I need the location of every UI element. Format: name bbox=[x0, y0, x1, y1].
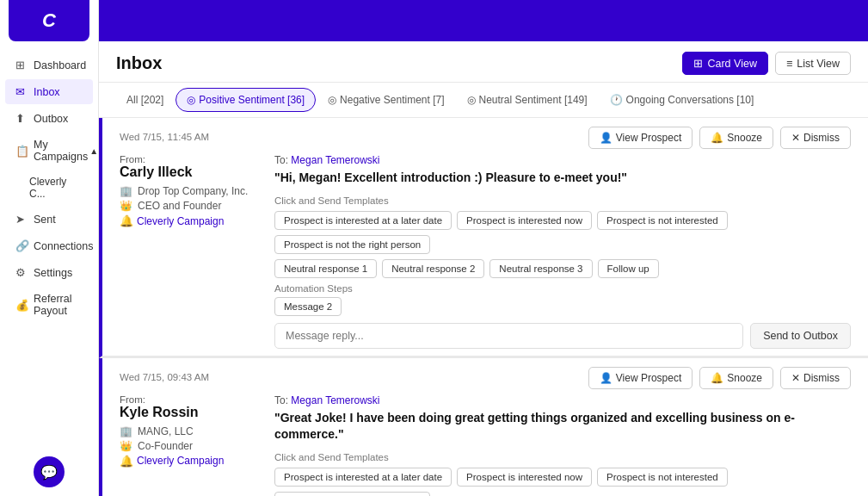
email-1-automation-label: Automation Steps bbox=[274, 283, 851, 294]
email-1-reply-row: Send to Outbox bbox=[274, 323, 851, 349]
title-icon-2: 👑 bbox=[120, 440, 132, 452]
template-btn-not-right-person-1[interactable]: Prospect is not the right person bbox=[274, 235, 430, 254]
email-card-2: Wed 7/15, 09:43 AM 👤 View Prospect 🔔 Sno… bbox=[99, 358, 868, 496]
ongoing-icon: 🕐 bbox=[610, 94, 623, 106]
title-icon: 👑 bbox=[120, 200, 132, 212]
sidebar-item-settings[interactable]: ⚙ Settings bbox=[5, 260, 93, 285]
chevron-icon: ▲ bbox=[89, 146, 98, 156]
prospect-icon-2: 👤 bbox=[600, 372, 613, 384]
positive-icon: ◎ bbox=[187, 94, 195, 106]
sidebar-item-label: Outbox bbox=[34, 113, 68, 125]
dismiss-icon-2: ✕ bbox=[791, 372, 800, 384]
email-1-actions: 👤 View Prospect 🔔 Snooze ✕ Dismiss bbox=[588, 127, 851, 149]
main-content: Inbox ⊞ Card View ≡ List View All [202] … bbox=[99, 0, 868, 496]
card-view-label: Card View bbox=[707, 58, 756, 70]
sidebar-item-my-campaigns[interactable]: 📋 My Campaigns ▲ bbox=[5, 133, 93, 169]
email-2-company-row: 🏢 MANG, LLC bbox=[120, 425, 257, 437]
email-1-templates-row-2: Neutral response 1 Neutral response 2 Ne… bbox=[274, 259, 851, 278]
email-1-from-label: From: bbox=[120, 154, 257, 164]
card-view-button[interactable]: ⊞ Card View bbox=[682, 52, 767, 75]
email-card-2-header: Wed 7/15, 09:43 AM 👤 View Prospect 🔔 Sno… bbox=[102, 358, 868, 394]
tab-positive[interactable]: ◎ Positive Sentiment [36] bbox=[175, 88, 316, 112]
content-area: Inbox ⊞ Card View ≡ List View All [202] … bbox=[99, 41, 868, 496]
sidebar-item-label: Referral Payout bbox=[34, 293, 83, 317]
email-1-to-row: To: Megan Temerowski bbox=[274, 154, 851, 166]
email-1-to-name[interactable]: Megan Temerowski bbox=[291, 154, 379, 166]
tab-all-label: All [202] bbox=[126, 94, 163, 106]
sidebar-item-connections[interactable]: 🔗 Connections bbox=[5, 233, 93, 258]
view-prospect-button-2[interactable]: 👤 View Prospect bbox=[588, 367, 693, 389]
view-prospect-label-2: View Prospect bbox=[616, 372, 681, 384]
template-btn-interested-later-1[interactable]: Prospect is interested at a later date bbox=[274, 211, 452, 230]
tab-negative-label: Negative Sentiment [7] bbox=[340, 94, 444, 106]
email-1-timestamp: Wed 7/15, 11:45 AM bbox=[120, 132, 209, 142]
template-btn-neutral-2-1[interactable]: Neutral response 2 bbox=[382, 259, 484, 278]
list-view-button[interactable]: ≡ List View bbox=[775, 52, 851, 75]
email-1-title-row: 👑 CEO and Founder bbox=[120, 200, 257, 212]
sidebar-item-sent[interactable]: ➤ Sent bbox=[5, 207, 93, 232]
automation-step-1-1[interactable]: Message 2 bbox=[274, 297, 342, 316]
template-btn-not-right-person-2[interactable]: Prospect is not the right person bbox=[274, 492, 430, 496]
dismiss-label-2: Dismiss bbox=[803, 372, 840, 384]
tab-ongoing[interactable]: 🕐 Ongoing Conversations [10] bbox=[600, 89, 765, 111]
email-1-templates-label: Click and Send Templates bbox=[274, 195, 851, 206]
tab-ongoing-label: Ongoing Conversations [10] bbox=[626, 94, 754, 106]
sidebar: C ⊞ Dashboard ✉ Inbox ⬆ Outbox 📋 My Camp… bbox=[0, 0, 99, 496]
sidebar-item-label: Settings bbox=[34, 267, 72, 279]
snooze-button-2[interactable]: 🔔 Snooze bbox=[699, 367, 773, 389]
sidebar-item-outbox[interactable]: ⬆ Outbox bbox=[5, 106, 93, 131]
chat-button[interactable]: 💬 bbox=[34, 456, 65, 487]
dismiss-icon: ✕ bbox=[791, 132, 800, 144]
reply-input-1[interactable] bbox=[274, 323, 743, 349]
snooze-button-1[interactable]: 🔔 Snooze bbox=[699, 127, 773, 149]
email-1-title: CEO and Founder bbox=[138, 200, 221, 212]
email-1-campaign-row[interactable]: 🔔 Cleverly Campaign bbox=[120, 214, 257, 227]
template-btn-interested-later-2[interactable]: Prospect is interested at a later date bbox=[274, 468, 452, 487]
tab-all[interactable]: All [202] bbox=[116, 89, 174, 111]
email-2-campaign-row[interactable]: 🔔 Cleverly Campaign bbox=[120, 455, 257, 468]
send-button-1[interactable]: Send to Outbox bbox=[750, 323, 851, 349]
email-card-1: Wed 7/15, 11:45 AM 👤 View Prospect 🔔 Sno… bbox=[99, 118, 868, 358]
template-btn-neutral-3-1[interactable]: Neutral response 3 bbox=[489, 259, 592, 278]
snooze-label: Snooze bbox=[727, 132, 762, 144]
campaign-bell-icon: 🔔 bbox=[120, 214, 133, 227]
view-prospect-button-1[interactable]: 👤 View Prospect bbox=[588, 127, 693, 149]
tab-negative[interactable]: ◎ Negative Sentiment [7] bbox=[317, 89, 454, 111]
dismiss-button-2[interactable]: ✕ Dismiss bbox=[780, 367, 851, 389]
template-btn-interested-now-1[interactable]: Prospect is interested now bbox=[457, 211, 592, 230]
email-1-company-row: 🏢 Drop Top Company, Inc. bbox=[120, 185, 257, 197]
email-1-campaign: Cleverly Campaign bbox=[137, 215, 224, 227]
dismiss-button-1[interactable]: ✕ Dismiss bbox=[780, 127, 851, 149]
sidebar-item-referral-payout[interactable]: 💰 Referral Payout bbox=[5, 287, 93, 323]
sidebar-item-dashboard[interactable]: ⊞ Dashboard bbox=[5, 53, 93, 78]
neutral-icon: ◎ bbox=[467, 94, 476, 106]
sidebar-item-cleverly-c[interactable]: Cleverly C... bbox=[5, 170, 93, 205]
negative-icon: ◎ bbox=[328, 94, 336, 106]
dashboard-icon: ⊞ bbox=[15, 59, 28, 71]
template-btn-follow-up-1[interactable]: Follow up bbox=[598, 259, 659, 278]
sidebar-navigation: ⊞ Dashboard ✉ Inbox ⬆ Outbox 📋 My Campai… bbox=[0, 48, 98, 448]
template-btn-neutral-1-1[interactable]: Neutral response 1 bbox=[274, 259, 377, 278]
email-1-from-name: Carly Illeck bbox=[120, 164, 257, 180]
email-2-company: MANG, LLC bbox=[138, 425, 194, 437]
sidebar-item-inbox[interactable]: ✉ Inbox bbox=[5, 79, 93, 104]
settings-icon: ⚙ bbox=[15, 266, 28, 279]
email-2-from-label: From: bbox=[120, 394, 257, 405]
email-2-to-name[interactable]: Megan Temerowski bbox=[291, 394, 379, 406]
template-btn-not-interested-1[interactable]: Prospect is not interested bbox=[597, 211, 728, 230]
tab-neutral[interactable]: ◎ Neutral Sentiment [149] bbox=[457, 89, 598, 111]
logo-icon: C bbox=[42, 9, 56, 32]
campaigns-icon: 📋 bbox=[15, 145, 28, 158]
outbox-icon: ⬆ bbox=[15, 112, 28, 125]
list-view-icon: ≡ bbox=[786, 58, 792, 70]
email-2-templates-row-1: Prospect is interested at a later date P… bbox=[274, 468, 851, 496]
template-btn-not-interested-2[interactable]: Prospect is not interested bbox=[597, 468, 728, 487]
sidebar-item-label: Inbox bbox=[34, 86, 60, 98]
email-1-to-label: To: bbox=[274, 154, 288, 166]
inbox-icon: ✉ bbox=[15, 85, 28, 98]
email-2-to-label: To: bbox=[274, 394, 288, 406]
email-2-timestamp: Wed 7/15, 09:43 AM bbox=[120, 372, 209, 382]
email-1-automation-steps: Message 2 bbox=[274, 297, 851, 316]
template-btn-interested-now-2[interactable]: Prospect is interested now bbox=[457, 468, 592, 487]
company-icon-2: 🏢 bbox=[120, 425, 132, 437]
